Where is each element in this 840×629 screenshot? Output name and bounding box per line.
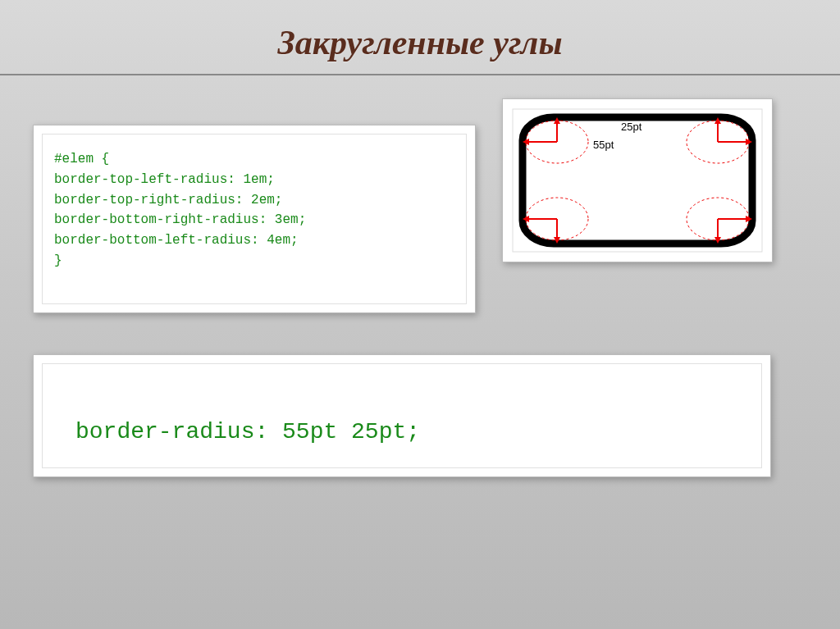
shorthand-code: border-radius: 55pt 25pt;: [42, 363, 762, 468]
code-line: border-bottom-left-radius: 4em;: [54, 230, 454, 251]
content-area: #elem { border-top-left-radius: 1em; bor…: [0, 75, 840, 622]
code-line: border-top-left-radius: 1em;: [54, 170, 454, 190]
code-line: #elem {: [54, 149, 454, 170]
code-block: #elem { border-top-left-radius: 1em; bor…: [42, 134, 467, 304]
page-title: Закругленные углы: [0, 0, 840, 74]
code-line: border-top-right-radius: 2em;: [54, 190, 454, 211]
slide: Закругленные углы #elem { border-top-lef…: [0, 0, 840, 629]
radius-diagram-panel: 25pt 55pt: [502, 98, 773, 262]
code-line: }: [54, 251, 454, 271]
code-line: border-bottom-right-radius: 3em;: [54, 210, 454, 230]
shorthand-text: border-radius: 55pt 25pt;: [75, 419, 420, 444]
diagram-label-55pt: 55pt: [593, 139, 614, 151]
radius-diagram: 25pt 55pt: [511, 107, 764, 253]
diagram-label-25pt: 25pt: [621, 121, 642, 133]
code-block-panel: #elem { border-top-left-radius: 1em; bor…: [33, 125, 476, 313]
shorthand-panel: border-radius: 55pt 25pt;: [33, 354, 771, 477]
